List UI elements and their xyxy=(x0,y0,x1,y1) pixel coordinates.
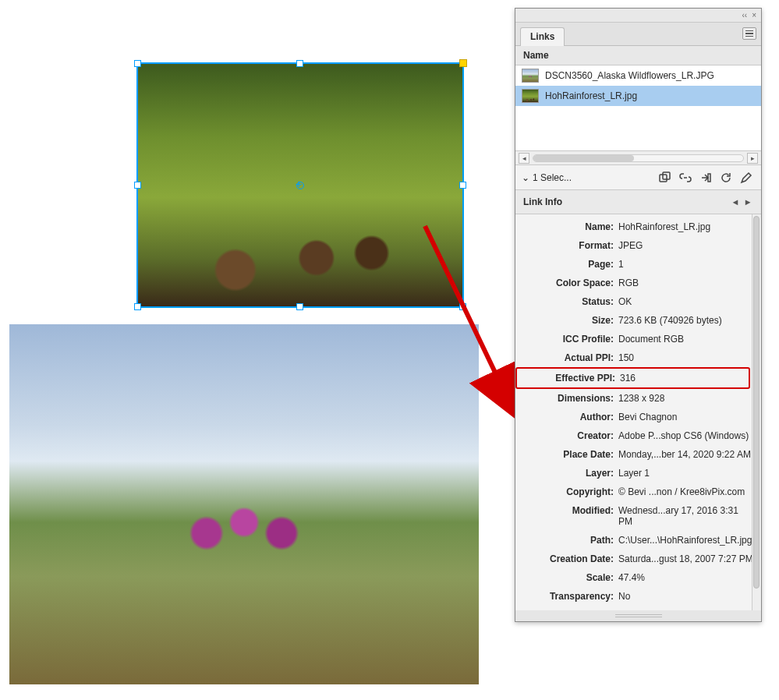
resize-handle-s[interactable] xyxy=(296,303,303,310)
content-indicator xyxy=(459,59,467,67)
scroll-track[interactable] xyxy=(533,154,744,162)
link-info-key: Color Space: xyxy=(515,278,618,288)
link-info-key: Path: xyxy=(515,535,618,546)
link-info-row: Format:JPEG xyxy=(515,236,761,255)
link-info-row: Creator:Adobe P...shop CS6 (Windows) xyxy=(515,426,761,445)
panel-titlebar[interactable]: ‹‹ × xyxy=(515,9,761,23)
scroll-left-icon[interactable]: ◂ xyxy=(519,153,529,164)
info-vertical-scrollbar[interactable] xyxy=(752,214,761,610)
link-info-value: Bevi Chagnon xyxy=(618,412,753,422)
info-scroll-thumb[interactable] xyxy=(753,216,760,589)
scroll-thumb[interactable] xyxy=(533,155,634,161)
links-panel: ‹‹ × Links Name DSCN3560_Alaska Wildflow… xyxy=(515,8,762,622)
link-info-key: Dimensions: xyxy=(515,393,618,404)
list-item[interactable]: HohRainforest_LR.jpg xyxy=(515,86,761,106)
link-info-value: No xyxy=(618,591,753,602)
resize-handle-se[interactable] xyxy=(459,303,466,310)
link-info-value: 47.4% xyxy=(618,572,753,583)
placed-image-wildflowers[interactable] xyxy=(9,324,479,684)
link-info-row: Copyright:© Bevi ...non / Kree8ivPix.com xyxy=(515,483,761,501)
close-icon[interactable]: × xyxy=(752,11,756,19)
panel-toolbar: ⌄ 1 Selec... xyxy=(515,165,761,190)
scroll-right-icon[interactable]: ▸ xyxy=(747,153,758,164)
list-item-filename: DSCN3560_Alaska Wildflowers_LR.JPG xyxy=(545,70,714,81)
link-info-row: Effective PPI:316 xyxy=(515,367,750,389)
link-info-row: Size:723.6 KB (740926 bytes) xyxy=(515,311,761,330)
link-info-value: C:\User...\HohRainforest_LR.jpg xyxy=(618,535,753,546)
link-info-row: Actual PPI:150 xyxy=(515,348,761,367)
svg-rect-3 xyxy=(708,174,710,182)
link-info-value: Monday,...ber 14, 2020 9:22 AM xyxy=(618,449,753,460)
link-info-header[interactable]: Link Info ◂ ▸ xyxy=(515,190,761,214)
link-info-row: Dimensions:1238 x 928 xyxy=(515,389,761,408)
column-header-name[interactable]: Name xyxy=(515,46,761,65)
link-info-key: Actual PPI: xyxy=(515,352,618,363)
link-info-key: Name: xyxy=(515,221,618,232)
link-info-row: ICC Profile:Document RGB xyxy=(515,330,761,348)
collapse-icon[interactable]: ‹‹ xyxy=(742,11,747,19)
panel-menu-icon[interactable] xyxy=(742,27,756,40)
update-link-icon[interactable] xyxy=(717,170,735,186)
relink-cc-icon[interactable] xyxy=(657,170,674,186)
link-info-key: Scale: xyxy=(515,572,618,583)
link-info-value: Wednesd...ary 17, 2016 3:31 PM xyxy=(618,505,753,527)
image-wildflowers xyxy=(9,324,479,684)
link-info-row: Place Date:Monday,...ber 14, 2020 9:22 A… xyxy=(515,445,761,464)
link-info-key: Status: xyxy=(515,296,618,307)
resize-handle-e[interactable] xyxy=(459,182,466,189)
link-info-key: Page: xyxy=(515,259,618,270)
link-info-row: Color Space:RGB xyxy=(515,274,761,292)
panel-resize-gripper[interactable] xyxy=(515,610,761,621)
link-info-row: Layer:Layer 1 xyxy=(515,464,761,483)
link-info-value: JPEG xyxy=(618,240,753,251)
tab-links[interactable]: Links xyxy=(520,27,565,46)
link-info-value: Saturda...gust 18, 2007 7:27 PM xyxy=(618,553,753,564)
prev-link-icon[interactable]: ◂ xyxy=(730,196,741,207)
link-info-row: Transparency:No xyxy=(515,587,761,606)
document-canvas[interactable] xyxy=(0,0,515,700)
goto-link-icon[interactable] xyxy=(697,170,714,186)
link-info-value: 1 xyxy=(618,259,753,270)
list-item-filename: HohRainforest_LR.jpg xyxy=(545,90,637,101)
resize-handle-n[interactable] xyxy=(296,60,303,67)
link-info-value: HohRainforest_LR.jpg xyxy=(618,221,753,232)
link-info-row: Author:Bevi Chagnon xyxy=(515,408,761,426)
list-item-thumbnail xyxy=(522,89,539,103)
link-info-value: 316 xyxy=(620,373,741,384)
link-info-key: Creator: xyxy=(515,430,618,441)
placed-image-selected[interactable] xyxy=(136,62,464,308)
link-info-value: OK xyxy=(618,296,753,307)
link-info-value: Document RGB xyxy=(618,334,753,345)
link-info-value: Layer 1 xyxy=(618,468,753,479)
resize-handle-sw[interactable] xyxy=(134,303,141,310)
resize-handle-w[interactable] xyxy=(134,182,141,189)
link-info-key: Creation Date: xyxy=(515,553,618,564)
link-info-key: Effective PPI: xyxy=(517,373,620,384)
link-info-row: Page:1 xyxy=(515,255,761,274)
link-info-value: 150 xyxy=(618,352,753,363)
edit-original-icon[interactable] xyxy=(738,170,755,186)
link-info-title: Link Info xyxy=(523,196,562,207)
list-horizontal-scrollbar[interactable]: ◂ ▸ xyxy=(515,151,761,165)
link-info-value: 1238 x 928 xyxy=(618,393,753,404)
resize-handle-nw[interactable] xyxy=(134,60,141,67)
link-info-value: Adobe P...shop CS6 (Windows) xyxy=(618,430,753,441)
dropdown-icon: ⌄ xyxy=(522,172,529,183)
links-list: DSCN3560_Alaska Wildflowers_LR.JPGHohRai… xyxy=(515,65,761,151)
selection-summary-text: 1 Selec... xyxy=(533,172,572,183)
selection-summary[interactable]: ⌄ 1 Selec... xyxy=(522,172,572,183)
link-info-value: © Bevi ...non / Kree8ivPix.com xyxy=(618,486,753,497)
list-item[interactable]: DSCN3560_Alaska Wildflowers_LR.JPG xyxy=(515,65,761,86)
link-info-row: Name:HohRainforest_LR.jpg xyxy=(515,217,761,236)
next-link-icon[interactable]: ▸ xyxy=(742,196,753,207)
link-info-key: Format: xyxy=(515,240,618,251)
link-info-row: Status:OK xyxy=(515,292,761,311)
link-info-key: Layer: xyxy=(515,468,618,479)
center-point[interactable] xyxy=(296,182,304,189)
link-info-row: Path:C:\User...\HohRainforest_LR.jpg xyxy=(515,531,761,550)
link-info-value: 723.6 KB (740926 bytes) xyxy=(618,315,753,326)
relink-icon[interactable] xyxy=(677,170,694,186)
link-info-key: Modified: xyxy=(515,505,618,516)
link-info-row: Creation Date:Saturda...gust 18, 2007 7:… xyxy=(515,550,761,568)
link-info-row: Modified:Wednesd...ary 17, 2016 3:31 PM xyxy=(515,501,761,531)
